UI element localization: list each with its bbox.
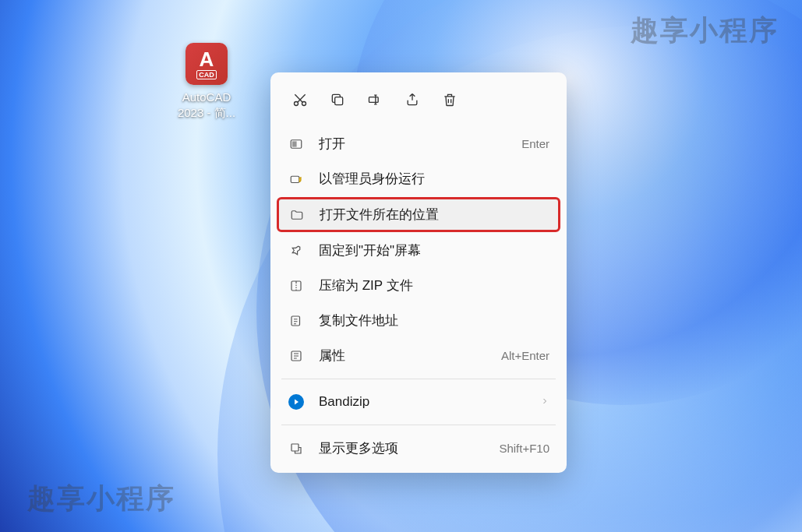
copy-icon (330, 92, 345, 107)
rename-icon (367, 92, 383, 107)
bandizip-icon (288, 393, 305, 410)
menu-label: 压缩为 ZIP 文件 (319, 277, 549, 294)
svg-rect-5 (293, 142, 297, 146)
menu-label: 固定到"开始"屏幕 (319, 241, 549, 259)
menu-label: Bandizip (319, 394, 540, 410)
svg-rect-10 (291, 444, 299, 451)
copy-path-icon (288, 312, 305, 329)
menu-label: 属性 (319, 347, 501, 365)
shortcut-label: AutoCAD 2023 - 简... (171, 90, 242, 122)
copy-button[interactable] (320, 85, 355, 115)
svg-rect-6 (291, 176, 299, 182)
svg-rect-2 (335, 97, 343, 105)
svg-rect-3 (369, 97, 379, 103)
properties-icon (288, 347, 305, 365)
menu-shortcut: Alt+Enter (501, 349, 549, 362)
show-more-icon (288, 440, 305, 457)
desktop-background[interactable]: 趣享小程序 趣享小程序 趣享小程序 A CAD AutoCAD 2023 - 简… (0, 0, 802, 532)
delete-button[interactable] (433, 85, 467, 115)
chevron-right-icon (540, 395, 549, 409)
folder-icon (288, 206, 306, 224)
watermark-text: 趣享小程序 (27, 480, 175, 518)
svg-point-1 (302, 102, 306, 106)
cut-icon (292, 92, 308, 107)
autocad-app-icon: A CAD (185, 43, 228, 85)
share-icon (405, 92, 420, 107)
menu-label: 以管理员身份运行 (319, 170, 549, 188)
menu-item-pin-to-start[interactable]: 固定到"开始"屏幕 (277, 234, 560, 267)
cut-button[interactable] (283, 85, 317, 115)
admin-shield-icon (288, 171, 305, 188)
menu-separator (281, 379, 556, 379)
desktop-shortcut-autocad[interactable]: A CAD AutoCAD 2023 - 简... (171, 43, 242, 122)
menu-item-properties[interactable]: 属性 Alt+Enter (277, 339, 560, 372)
menu-item-show-more-options[interactable]: 显示更多选项 Shift+F10 (277, 432, 560, 465)
menu-item-copy-path[interactable]: 复制文件地址 (277, 304, 560, 337)
menu-label: 打开 (319, 135, 521, 153)
zip-icon (288, 277, 305, 294)
menu-shortcut: Shift+F10 (499, 442, 549, 455)
quick-action-bar (277, 79, 560, 125)
delete-icon (442, 92, 458, 107)
open-icon (288, 136, 305, 153)
menu-shortcut: Enter (521, 137, 549, 150)
rename-button[interactable] (358, 85, 392, 115)
menu-label: 复制文件地址 (319, 312, 549, 329)
menu-item-compress-zip[interactable]: 压缩为 ZIP 文件 (277, 269, 560, 302)
menu-label: 显示更多选项 (319, 439, 499, 457)
menu-item-open[interactable]: 打开 Enter (277, 127, 560, 160)
menu-label: 打开文件所在的位置 (320, 206, 549, 224)
menu-item-run-as-admin[interactable]: 以管理员身份运行 (277, 162, 560, 196)
menu-item-open-file-location[interactable]: 打开文件所在的位置 (277, 197, 560, 232)
share-button[interactable] (395, 85, 429, 115)
menu-item-bandizip[interactable]: Bandizip (277, 386, 560, 418)
pin-icon (288, 242, 305, 259)
menu-separator (281, 425, 556, 425)
context-menu: 打开 Enter 以管理员身份运行 打开文件所在的位置 固定到"开始"屏幕 (270, 72, 567, 473)
svg-point-0 (295, 102, 299, 106)
